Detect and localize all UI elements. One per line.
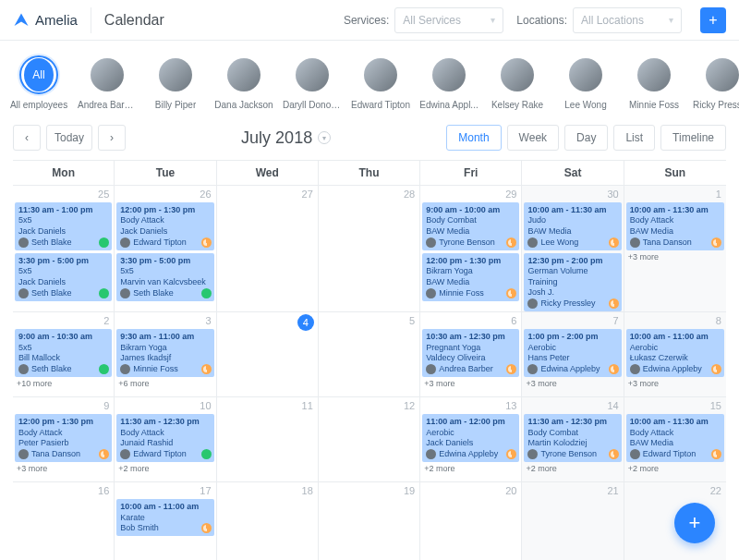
brand-logo[interactable]: Amelia (13, 12, 78, 29)
services-select[interactable]: All Services ▾ (394, 7, 503, 33)
more-events[interactable]: +2 more (115, 462, 215, 473)
calendar-cell[interactable]: 19 (319, 482, 420, 560)
view-list[interactable]: List (613, 125, 655, 151)
more-events[interactable]: +3 more (624, 250, 726, 262)
locations-select[interactable]: All Locations ▾ (573, 7, 682, 33)
day-number: 7 (613, 315, 619, 326)
calendar-cell[interactable]: 39:30 am - 11:00 amBikram YogaJames Ikad… (115, 312, 216, 397)
event[interactable]: 9:00 am - 10:30 am5x5Bill MallockSeth Bl… (15, 329, 112, 377)
today-button[interactable]: Today (46, 125, 92, 151)
calendar-cell[interactable]: 71:00 pm - 2:00 pmAerobicHans PeterEdwin… (522, 312, 624, 397)
event[interactable]: 10:00 am - 11:00 amAerobicŁukasz Czerwik… (626, 329, 724, 377)
more-events[interactable]: +3 more (13, 462, 114, 473)
more-events[interactable]: +10 more (13, 377, 114, 388)
event[interactable]: 3:30 pm - 5:00 pm5x5Marvin van Kalcvsbee… (116, 253, 213, 301)
employee-item[interactable]: Edward Tipton (355, 55, 406, 110)
event[interactable]: 10:00 am - 11:30 amJudoBAW MediaLee Wong (524, 202, 621, 250)
month-label[interactable]: July 2018 ▾ (133, 128, 439, 148)
calendar-cell[interactable]: 912:00 pm - 1:30 pmBody AttackPeter Pasi… (13, 397, 115, 482)
calendar-cell[interactable]: 1411:30 am - 12:30 pmBody CombatMartin K… (522, 397, 624, 482)
more-events[interactable]: +6 more (115, 377, 215, 388)
calendar-cell[interactable]: 2511:30 am - 1:00 pm5x5Jack DanielsSeth … (13, 186, 115, 312)
event[interactable]: 1:00 pm - 2:00 pmAerobicHans PeterEdwina… (524, 329, 621, 377)
event[interactable]: 12:00 pm - 1:30 pmBody AttackPeter Pasie… (15, 414, 112, 462)
view-day[interactable]: Day (564, 125, 608, 151)
calendar-cell[interactable]: 3010:00 am - 11:30 amJudoBAW MediaLee Wo… (522, 186, 624, 312)
calendar-cell[interactable]: 299:00 am - 10:00 amBody CombatBAW Media… (420, 186, 522, 312)
calendar-cell[interactable]: 1510:00 am - 11:30 amBody AttackBAW Medi… (624, 397, 726, 482)
calendar-cell[interactable]: 28 (319, 186, 420, 312)
calendar-cell[interactable]: 1311:00 am - 12:00 pmAerobicJack Daniels… (420, 397, 522, 482)
calendar-cell[interactable]: 5 (319, 312, 420, 397)
employee-item[interactable]: Ricky Pressley (697, 55, 739, 110)
event-client: Junaid Rashid (120, 438, 210, 448)
employee-item[interactable]: Andrea Barber (81, 55, 133, 110)
more-events[interactable]: +2 more (420, 462, 521, 473)
employee-item[interactable]: AllAll employees (13, 55, 65, 110)
prev-button[interactable]: ‹ (13, 125, 41, 151)
employee-name: Ricky Pressley (693, 100, 739, 110)
employee-item[interactable]: Minnie Foss (628, 55, 680, 110)
calendar-cell[interactable]: 4 (217, 312, 319, 397)
event[interactable]: 10:00 am - 11:30 amBody AttackBAW MediaT… (626, 202, 724, 250)
calendar-cell[interactable]: 1011:30 am - 12:30 pmBody AttackJunaid R… (115, 397, 216, 482)
employee-item[interactable]: Lee Wong (560, 55, 612, 110)
event-time: 11:00 am - 12:00 pm (426, 417, 515, 427)
more-events[interactable]: +3 more (522, 377, 623, 388)
event[interactable]: 10:00 am - 11:00 amKarateBob Smith (116, 499, 213, 536)
more-events[interactable]: +3 more (624, 377, 726, 388)
add-button[interactable]: + (700, 7, 726, 33)
calendar-cell[interactable]: 2612:00 pm - 1:30 pmBody AttackJack Dani… (115, 186, 216, 312)
event[interactable]: 11:30 am - 12:30 pmBody AttackJunaid Ras… (116, 414, 213, 462)
view-month[interactable]: Month (446, 125, 501, 151)
event-time: 11:30 am - 1:00 pm (18, 205, 108, 215)
day-number: 18 (302, 485, 313, 496)
event[interactable]: 11:30 am - 1:00 pm5x5Jack DanielsSeth Bl… (15, 202, 112, 250)
calendar-cell[interactable]: 610:30 am - 12:30 pmPregnant YogaValdecy… (420, 312, 522, 397)
employee-item[interactable]: Daryll Donov... (286, 55, 338, 110)
fab-add-button[interactable]: + (674, 503, 715, 543)
view-week[interactable]: Week (507, 125, 559, 151)
avatar (432, 58, 466, 91)
event[interactable]: 12:00 pm - 1:30 pmBikram YogaBAW MediaMi… (422, 253, 519, 301)
day-number: 15 (710, 400, 721, 411)
more-events[interactable]: +2 more (624, 462, 726, 473)
calendar-cell[interactable]: 21 (522, 482, 624, 560)
event[interactable]: 11:30 am - 12:30 pmBody CombatMartin Kol… (524, 414, 621, 462)
calendar-cell[interactable]: 29:00 am - 10:30 am5x5Bill MallockSeth B… (13, 312, 115, 397)
calendar-cell[interactable]: 12 (319, 397, 420, 482)
event[interactable]: 12:00 pm - 1:30 pmBody AttackJack Daniel… (116, 202, 213, 250)
calendar-cell[interactable]: 27 (217, 186, 319, 312)
event[interactable]: 9:00 am - 10:00 amBody CombatBAW MediaTy… (422, 202, 519, 250)
brand-logo-icon (13, 12, 30, 29)
calendar-cell[interactable]: 110:00 am - 11:30 amBody AttackBAW Media… (624, 186, 726, 312)
event[interactable]: 12:30 pm - 2:00 pmGerman Volume Training… (524, 253, 621, 311)
employee-item[interactable]: Kelsey Rake (491, 55, 543, 110)
status-pending-icon (609, 449, 619, 459)
employee-item[interactable]: Edwina Appl... (423, 55, 475, 110)
calendar-cell[interactable]: 18 (217, 482, 319, 560)
event-title: 5x5 (18, 266, 108, 276)
event[interactable]: 3:30 pm - 5:00 pm5x5Jack DanielsSeth Bla… (15, 253, 112, 301)
employee-item[interactable]: Billy Piper (150, 55, 201, 110)
event-employee: Edward Tipton (120, 449, 210, 459)
event[interactable]: 10:30 am - 12:30 pmPregnant YogaValdecy … (422, 329, 519, 377)
calendar-cell[interactable]: 11 (217, 397, 319, 482)
more-events[interactable]: +2 more (522, 462, 623, 473)
calendar-cell[interactable]: 810:00 am - 11:00 amAerobicŁukasz Czerwi… (624, 312, 726, 397)
next-button[interactable]: › (98, 125, 126, 151)
status-pending-icon (201, 364, 212, 374)
calendar-cell[interactable]: 20 (420, 482, 522, 560)
event-title: 5x5 (120, 266, 210, 276)
view-timeline[interactable]: Timeline (660, 125, 726, 151)
event[interactable]: 10:00 am - 11:30 amBody AttackBAW MediaE… (626, 414, 724, 462)
employee-item[interactable]: Dana Jackson (218, 55, 270, 110)
event-employee: Tana Danson (18, 449, 108, 459)
event-time: 10:30 am - 12:30 pm (426, 332, 515, 342)
event-time: 3:30 pm - 5:00 pm (18, 256, 108, 266)
more-events[interactable]: +3 more (420, 377, 521, 388)
calendar-cell[interactable]: 1710:00 am - 11:00 amKarateBob Smith (115, 482, 216, 560)
event[interactable]: 11:00 am - 12:00 pmAerobicJack DanielsEd… (422, 414, 519, 462)
event[interactable]: 9:30 am - 11:00 amBikram YogaJames Ikads… (116, 329, 213, 377)
calendar-cell[interactable]: 16 (13, 482, 115, 560)
